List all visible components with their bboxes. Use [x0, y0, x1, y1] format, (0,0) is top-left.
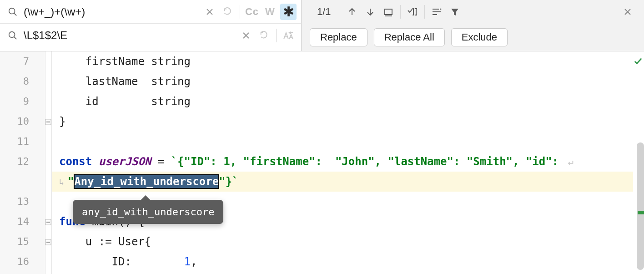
- code-line[interactable]: [52, 132, 633, 152]
- find-replace-fields: Cc W ✱: [0, 0, 301, 51]
- find-input[interactable]: [24, 5, 201, 18]
- svg-point-0: [9, 8, 15, 14]
- find-replace-toolbar: Cc W ✱ 1/1: [0, 0, 644, 51]
- select-all-occurrences-icon[interactable]: [380, 4, 397, 20]
- line-number: 8: [0, 71, 45, 91]
- separator: [276, 29, 277, 42]
- close-panel-icon[interactable]: [619, 4, 636, 20]
- replace-button[interactable]: Replace: [310, 28, 367, 46]
- code-line[interactable]: id string: [52, 91, 633, 112]
- fold-toggle-icon[interactable]: [45, 119, 51, 125]
- svg-rect-10: [385, 9, 392, 15]
- line-number: 16: [0, 252, 45, 272]
- toggle-in-selection-icon[interactable]: [428, 4, 445, 20]
- editor-status-gutter: [633, 51, 644, 274]
- line-number: 12: [0, 152, 45, 172]
- vertical-scrollbar-thumb[interactable]: [637, 142, 644, 270]
- exclude-button[interactable]: Exclude: [451, 28, 508, 46]
- match-case-toggle[interactable]: Cc: [244, 4, 260, 20]
- filter-icon[interactable]: [447, 4, 463, 20]
- fold-toggle-icon[interactable]: [45, 239, 51, 245]
- search-match-selected[interactable]: Any_id_with_underscore: [74, 175, 219, 188]
- replace-preview-tooltip: any_id_with_underscore: [73, 200, 223, 224]
- code-line[interactable]: firstName string: [52, 51, 633, 71]
- fold-gutter: [45, 51, 52, 274]
- next-match-icon[interactable]: [362, 4, 378, 20]
- history-replace-icon[interactable]: [256, 27, 272, 44]
- gutter: 7 8 9 10 11 12 13 14 15 16: [0, 51, 45, 274]
- whole-word-toggle[interactable]: W: [262, 4, 278, 20]
- line-number: 10: [0, 112, 45, 132]
- svg-point-4: [9, 32, 15, 38]
- replace-actions-row: Replace Replace All Exclude: [302, 24, 644, 51]
- code-line[interactable]: ID: 1,: [52, 252, 633, 272]
- code-line[interactable]: u := User{: [52, 232, 633, 252]
- fold-toggle-icon[interactable]: [45, 219, 51, 225]
- wrap-continuation-icon: ↳: [59, 177, 64, 187]
- separator: [240, 5, 240, 19]
- soft-wrap-indicator-icon: ↵: [568, 156, 574, 167]
- line-number: 7: [0, 51, 45, 71]
- code-line[interactable]: const userJSON = `{"ID": 1, "firstName":…: [52, 152, 633, 172]
- replace-input[interactable]: [24, 29, 237, 42]
- code-line[interactable]: lastName string: [52, 71, 633, 91]
- code-line[interactable]: }: [52, 112, 633, 132]
- replace-all-button[interactable]: Replace All: [374, 28, 445, 46]
- clear-replace-icon[interactable]: [238, 27, 254, 44]
- find-actions-panel: 1/1: [301, 0, 644, 51]
- find-navigation-row: 1/1: [302, 0, 644, 24]
- code-editor[interactable]: 7 8 9 10 11 12 13 14 15 16 firstName str…: [0, 51, 644, 274]
- preserve-case-toggle[interactable]: [280, 27, 297, 44]
- regex-toggle[interactable]: ✱: [280, 4, 297, 20]
- svg-line-5: [14, 37, 17, 40]
- prev-match-icon[interactable]: [344, 4, 360, 20]
- clear-find-icon[interactable]: [201, 4, 218, 20]
- line-number: 15: [0, 232, 45, 252]
- line-number: 14: [0, 212, 45, 232]
- history-find-icon[interactable]: [220, 4, 236, 20]
- replace-icon: [7, 30, 18, 41]
- code-area[interactable]: firstName string lastName string id stri…: [52, 51, 633, 274]
- no-errors-check-icon[interactable]: [633, 56, 643, 68]
- line-number: 11: [0, 132, 45, 152]
- replace-row: [0, 24, 301, 47]
- match-count: 1/1: [305, 6, 343, 18]
- search-icon: [7, 6, 18, 17]
- add-selection-icon[interactable]: [404, 4, 421, 20]
- separator: [400, 5, 401, 19]
- line-number: 9: [0, 91, 45, 112]
- line-number: 13: [0, 192, 45, 212]
- find-row: Cc W ✱: [0, 0, 301, 24]
- tooltip-text: any_id_with_underscore: [82, 206, 214, 218]
- separator: [424, 5, 425, 19]
- svg-line-1: [14, 13, 17, 15]
